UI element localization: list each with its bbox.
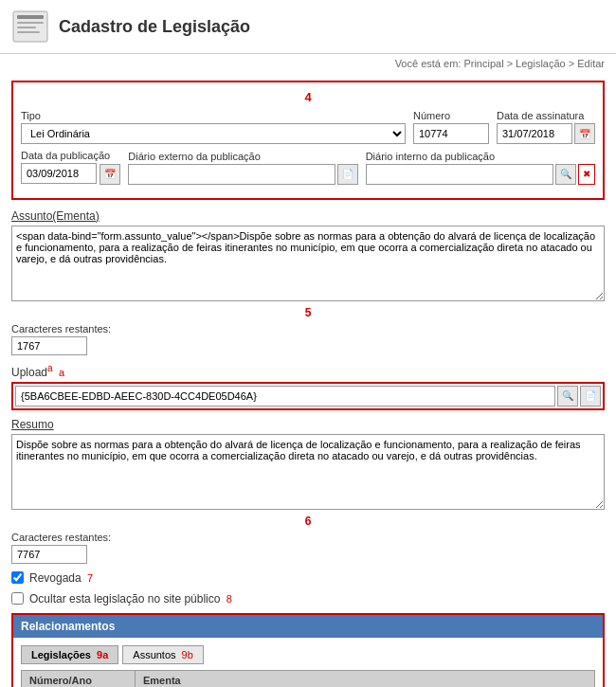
page-header: Cadastro de Legislação: [0, 0, 616, 54]
data-publicacao-input[interactable]: [21, 163, 97, 184]
tipo-select[interactable]: Lei Ordinária Lei Complementar Decreto R…: [21, 123, 406, 144]
svg-rect-4: [17, 31, 40, 33]
ocultar-label[interactable]: Ocultar esta legislação no site público …: [29, 592, 232, 606]
upload-number: a: [59, 367, 64, 378]
chars-remaining-label-1: Caracteres restantes:: [11, 323, 605, 334]
upload-section: Uploada a 🔍 📄: [11, 363, 605, 410]
svg-rect-2: [17, 22, 44, 24]
diario-externo-input[interactable]: [128, 164, 335, 185]
numero-label: Número: [413, 110, 489, 121]
revogada-label[interactable]: Revogada 7: [29, 571, 93, 585]
relacionamentos-section: Relacionamentos Legislações 9a Assuntos …: [11, 613, 605, 688]
revogada-checkbox[interactable]: [11, 571, 24, 584]
diario-interno-group: Diário interno da publicação 🔍 ✖: [366, 151, 595, 185]
ocultar-number: 8: [226, 593, 232, 605]
revogada-number: 7: [87, 572, 93, 584]
data-publicacao-input-wrap: 📅: [21, 163, 120, 185]
diario-externo-group: Diário externo da publicação 📄: [128, 151, 357, 185]
upload-input-wrap: 🔍 📄: [11, 382, 605, 410]
tab-legislacoes[interactable]: Legislações 9a: [21, 645, 118, 664]
upload-input[interactable]: [15, 386, 555, 407]
upload-search-button[interactable]: 🔍: [557, 386, 578, 407]
main-content: 4 Tipo Lei Ordinária Lei Complementar De…: [0, 73, 616, 687]
table-col-ementa: Ementa: [136, 671, 594, 688]
diario-externo-file-button[interactable]: 📄: [337, 164, 358, 185]
tab-assuntos-number: 9b: [182, 649, 193, 660]
revogada-row: Revogada 7: [11, 571, 605, 585]
diario-interno-clear-button[interactable]: ✖: [578, 164, 595, 185]
numero-input[interactable]: [413, 123, 489, 144]
diario-interno-label: Diário interno da publicação: [366, 151, 595, 162]
data-publicacao-calendar-button[interactable]: 📅: [100, 164, 120, 185]
data-assinatura-input[interactable]: [497, 123, 572, 144]
data-assinatura-group: Data de assinatura 📅: [497, 110, 595, 144]
resumo-section: Resumo Dispõe sobre as normas para a obt…: [11, 418, 605, 564]
svg-rect-1: [17, 15, 44, 19]
data-assinatura-input-wrap: 📅: [497, 123, 595, 144]
diario-externo-input-wrap: 📄: [128, 164, 357, 185]
assunto-section: Assunto(Ementa) <span data-bind="form.as…: [11, 209, 605, 355]
data-publicacao-label: Data da publicação: [21, 150, 120, 161]
assunto-textarea[interactable]: <span data-bind="form.assunto_value"></s…: [11, 226, 605, 301]
numero-group: Número: [413, 110, 489, 144]
tipo-group: Tipo Lei Ordinária Lei Complementar Decr…: [21, 110, 406, 144]
chars-remaining-label-2: Caracteres restantes:: [11, 532, 605, 543]
header-icon: [11, 8, 49, 45]
tab-legislacoes-number: 9a: [97, 649, 108, 660]
relacionamentos-header: Relacionamentos: [13, 615, 603, 638]
breadcrumb: Você está em: Principal > Legislação > E…: [0, 54, 616, 73]
table-header-row: Número/Ano Ementa: [21, 670, 595, 688]
page-title: Cadastro de Legislação: [59, 17, 250, 37]
resumo-textarea[interactable]: Dispõe sobre as normas para a obtenção d…: [11, 434, 605, 510]
row-pub-diarios: Data da publicação 📅 Diário externo da p…: [21, 150, 595, 185]
diario-interno-input-wrap: 🔍 ✖: [366, 164, 595, 185]
tabs-row: Legislações 9a Assuntos 9b: [21, 645, 595, 664]
resumo-label: Resumo: [11, 418, 605, 431]
tab-assuntos[interactable]: Assuntos 9b: [122, 645, 204, 664]
assunto-label: Assunto(Ementa): [11, 209, 605, 223]
relacionamentos-body: Legislações 9a Assuntos 9b Número/Ano Em…: [13, 638, 603, 688]
assunto-number: 5: [11, 306, 605, 319]
tipo-label: Tipo: [21, 110, 406, 121]
row-tipo-numero-data: Tipo Lei Ordinária Lei Complementar Decr…: [21, 110, 595, 144]
ocultar-checkbox[interactable]: [11, 592, 24, 605]
section-4-number: 4: [21, 90, 595, 104]
upload-label: Uploada a: [11, 363, 605, 379]
data-publicacao-group: Data da publicação 📅: [21, 150, 120, 185]
ocultar-row: Ocultar esta legislação no site público …: [11, 592, 605, 606]
diario-interno-search-button[interactable]: 🔍: [555, 164, 576, 185]
resumo-number: 6: [11, 515, 605, 528]
diario-interno-input[interactable]: [366, 164, 553, 185]
data-assinatura-label: Data de assinatura: [497, 110, 595, 121]
data-assinatura-calendar-button[interactable]: 📅: [574, 123, 595, 144]
section-4: 4 Tipo Lei Ordinária Lei Complementar De…: [11, 81, 605, 200]
chars-remaining-input-2: [11, 545, 87, 564]
upload-file-button[interactable]: 📄: [580, 386, 601, 407]
svg-rect-3: [17, 27, 36, 28]
diario-externo-label: Diário externo da publicação: [128, 151, 357, 162]
table-col-numero: Número/Ano: [22, 671, 136, 688]
chars-remaining-input-1: [11, 336, 87, 355]
